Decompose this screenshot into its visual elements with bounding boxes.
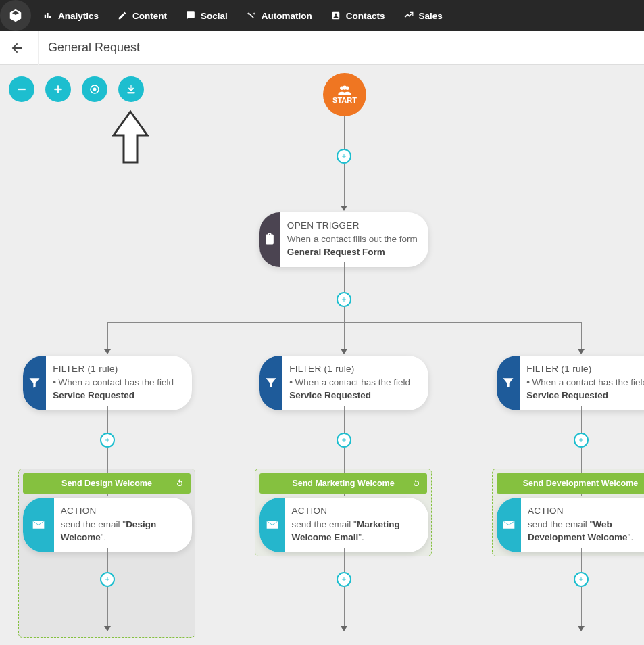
chat-icon: [186, 11, 195, 20]
analytics-icon: [43, 11, 53, 20]
node-title: FILTER (1 rule): [526, 362, 644, 376]
node-bold: Service Requested: [53, 390, 134, 400]
wand-icon: [247, 11, 256, 20]
nav-label: Social: [201, 11, 228, 21]
action-node[interactable]: ACTIONsend the email "Web Development We…: [497, 498, 644, 552]
nav-label: Analytics: [58, 11, 99, 21]
add-step-button[interactable]: [337, 149, 351, 164]
arrow-icon: [341, 349, 347, 354]
svg-point-5: [343, 85, 347, 89]
node-text: send the email ": [528, 519, 593, 529]
nav-sales[interactable]: Sales: [395, 11, 452, 21]
nav-label: Contacts: [346, 11, 385, 21]
action-node[interactable]: ACTIONsend the email "Marketing Welcome …: [259, 498, 428, 552]
add-step-button[interactable]: [574, 572, 589, 587]
nav-content[interactable]: Content: [108, 11, 176, 21]
connector: [344, 587, 345, 626]
connector: [107, 322, 582, 322]
funnel-icon: [28, 376, 41, 389]
trend-icon: [404, 11, 414, 20]
add-step-button[interactable]: [100, 433, 115, 448]
filter-node[interactable]: FILTER (1 rule)• When a contact has the …: [23, 356, 192, 410]
node-text: • When a contact has the field: [289, 377, 410, 387]
clipboard-icon: [263, 233, 276, 246]
envelope-icon: [32, 518, 45, 531]
group-header[interactable]: Send Design Welcome: [23, 473, 191, 494]
nav-label: Sales: [419, 11, 443, 21]
node-text: ".: [358, 532, 364, 542]
top-nav: Analytics Content Social Automation Cont…: [0, 0, 644, 31]
group-title: Send Design Welcome: [61, 479, 152, 488]
node-title: ACTION: [61, 504, 182, 518]
connector: [344, 164, 345, 206]
add-step-button[interactable]: [337, 572, 351, 587]
node-bold: Service Requested: [289, 390, 371, 400]
add-step-button[interactable]: [574, 433, 589, 448]
users-icon: [337, 85, 352, 95]
connector: [581, 548, 582, 572]
connector: [107, 587, 108, 626]
node-text: • When a contact has the field: [53, 377, 174, 387]
group-title: Send Development Welcome: [523, 479, 639, 488]
connector: [581, 322, 582, 349]
node-text: • When a contact has the field: [526, 377, 644, 387]
action-group[interactable]: Send Design Welcome: [18, 469, 195, 638]
node-text: ".: [628, 532, 634, 542]
start-node[interactable]: START: [323, 73, 366, 116]
nav-analytics[interactable]: Analytics: [34, 11, 108, 21]
page-title: General Request: [48, 41, 140, 55]
connector: [581, 587, 582, 626]
nav-label: Content: [132, 11, 167, 21]
filter-node[interactable]: FILTER (1 rule)• When a contact has the …: [497, 356, 644, 410]
arrow-icon: [341, 206, 347, 211]
node-bold: Service Requested: [526, 390, 608, 400]
nav-social[interactable]: Social: [176, 11, 237, 21]
contacts-icon: [331, 11, 341, 20]
group-title: Send Marketing Welcome: [292, 479, 394, 488]
connector: [344, 406, 345, 433]
node-text: When a contact fills out the form: [287, 234, 418, 244]
action-node[interactable]: ACTIONsend the email "Design Welcome".: [23, 498, 192, 552]
nav-automation[interactable]: Automation: [237, 11, 322, 21]
funnel-icon: [264, 376, 278, 389]
add-step-button[interactable]: [337, 433, 351, 448]
connector: [344, 322, 345, 349]
connector: [344, 116, 345, 149]
funnel-icon: [501, 376, 515, 389]
pencil-icon: [118, 11, 127, 20]
node-text: ".: [101, 532, 107, 542]
arrow-icon: [104, 626, 111, 631]
nav-label: Automation: [262, 11, 312, 21]
filter-node[interactable]: FILTER (1 rule)• When a contact has the …: [259, 356, 428, 410]
refresh-icon[interactable]: [411, 478, 422, 489]
trigger-node[interactable]: OPEN TRIGGER When a contact fills out th…: [259, 212, 428, 267]
node-title: FILTER (1 rule): [289, 362, 419, 376]
connector: [107, 406, 108, 433]
connector: [107, 548, 108, 572]
envelope-icon: [266, 518, 279, 531]
add-step-button[interactable]: [337, 292, 351, 307]
group-header[interactable]: Send Marketing Welcome: [259, 473, 427, 494]
refresh-icon[interactable]: [174, 478, 185, 489]
app-logo[interactable]: [0, 0, 31, 31]
back-arrow-icon[interactable]: [9, 41, 24, 55]
automation-canvas[interactable]: START OPEN TRIGGER When a contact fills …: [0, 65, 644, 645]
arrow-icon: [341, 626, 347, 631]
nav-contacts[interactable]: Contacts: [322, 11, 395, 21]
node-text: send the email ": [61, 519, 126, 529]
sub-nav: General Request: [0, 31, 644, 65]
connector: [344, 262, 345, 292]
node-title: OPEN TRIGGER: [287, 219, 419, 233]
group-header[interactable]: Send Development Welcome: [497, 473, 644, 494]
arrow-icon: [578, 626, 585, 631]
start-label: START: [332, 96, 357, 104]
divider: [38, 31, 39, 65]
node-title: ACTION: [292, 504, 419, 518]
connector: [344, 307, 345, 322]
connector: [107, 322, 108, 349]
node-bold: General Request Form: [287, 247, 385, 257]
node-text: send the email ": [292, 519, 357, 529]
add-step-button[interactable]: [100, 572, 115, 587]
arrow-icon: [578, 349, 585, 354]
envelope-icon: [502, 518, 516, 531]
